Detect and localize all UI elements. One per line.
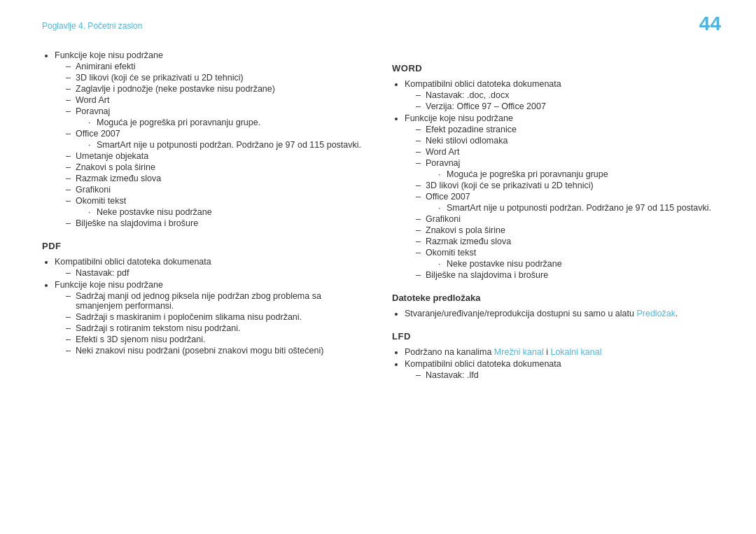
predlozak-heading: Datoteke predložaka	[392, 293, 714, 303]
list-item: Efekti s 3D sjenom nisu podržani.	[66, 335, 364, 344]
dot-list: Moguća je pogreška pri poravnanju grupe.	[76, 118, 364, 127]
list-item: 3D likovi (koji će se prikazivati u 2D t…	[416, 181, 714, 190]
right-predlozak-section: Datoteke predložaka Stvaranje/uređivanje…	[392, 293, 714, 318]
predlozak-main-list: Stvaranje/uređivanje/reprodukcija dostup…	[392, 309, 714, 318]
dot-list: SmartArt nije u potpunosti podržan. Podr…	[426, 203, 714, 213]
list-item: Neki znakovi nisu podržani (posebni znak…	[66, 346, 364, 356]
pdf-main-list: Kompatibilni oblici datoteka dokumenata …	[42, 257, 364, 356]
list-item: Umetanje objekata	[66, 151, 364, 161]
lfd-main-list: Podržano na kanalima Mrežni kanal i Loka…	[392, 347, 714, 380]
list-item: Podržano na kanalima Mrežni kanal i Loka…	[405, 347, 714, 357]
dash-list: Efekt pozadine stranice Neki stilovi odl…	[405, 125, 714, 280]
list-item: Moguća je pogreška pri poravnanju grupe.	[87, 118, 364, 127]
dash-list: Animirani efekti 3D likovi (koji će se p…	[55, 62, 364, 228]
mrezni-kanal-link[interactable]: Mrežni kanal	[494, 347, 544, 357]
dot-list: Neke postavke nisu podržane	[426, 259, 714, 269]
list-item: Animirani efekti	[66, 62, 364, 71]
list-item: Office 2007 SmartArt nije u potpunosti p…	[416, 192, 714, 213]
dot-list: Neke postavke nisu podržane	[76, 207, 364, 217]
right-word-section: WORD Kompatibilni oblici datoteka dokume…	[392, 63, 714, 280]
list-item: Nastavak: pdf	[66, 268, 364, 278]
list-item: Kompatibilni oblici datoteka dokumenata …	[405, 359, 714, 380]
list-item: Kompatibilni oblici datoteka dokumenata …	[55, 257, 364, 278]
page-container: Poglavlje 4. Početni zaslon 44 Funkcije …	[0, 0, 756, 415]
list-item: Stvaranje/uređivanje/reprodukcija dostup…	[405, 309, 714, 318]
list-item: Sadržaj manji od jednog piksela nije pod…	[66, 291, 364, 311]
right-lfd-section: LFD Podržano na kanalima Mrežni kanal i …	[392, 331, 714, 380]
list-item: SmartArt nije u potpunosti podržan. Podr…	[87, 140, 364, 150]
left-main-list-1: Funkcije koje nisu podržane Animirani ef…	[42, 50, 364, 228]
list-item: Word Art	[66, 95, 364, 105]
list-item: Znakovi s pola širine	[416, 225, 714, 235]
dash-list: Nastavak: pdf	[55, 268, 364, 278]
list-item: Funkcije koje nisu podržane Animirani ef…	[55, 50, 364, 228]
list-item: Grafikoni	[416, 214, 714, 224]
list-item: Poravnaj Moguća je pogreška pri poravnan…	[66, 106, 364, 127]
list-item: Moguća je pogreška pri poravnanju grupe	[437, 169, 714, 179]
list-item: Razmak između slova	[66, 174, 364, 183]
list-item: Bilješke na slajdovima i brošure	[416, 270, 714, 280]
dot-list: Moguća je pogreška pri poravnanju grupe	[426, 169, 714, 179]
list-item: Office 2007 SmartArt nije u potpunosti p…	[66, 129, 364, 150]
list-item: Sadržaji s maskiranim i popločenim slika…	[66, 312, 364, 322]
pdf-heading: PDF	[42, 241, 364, 251]
list-item: Bilješke na slajdovima i brošure	[66, 218, 364, 228]
list-item: Poravnaj Moguća je pogreška pri poravnan…	[416, 158, 714, 179]
dash-list: Nastavak: .lfd	[405, 370, 714, 380]
list-item: Efekt pozadine stranice	[416, 125, 714, 134]
left-column: Funkcije koje nisu podržane Animirani ef…	[42, 50, 364, 387]
left-pdf-section: PDF Kompatibilni oblici datoteka dokumen…	[42, 241, 364, 356]
dash-list: Nastavak: .doc, .docx Verzija: Office 97…	[405, 90, 714, 111]
list-item: SmartArt nije u potpunosti podržan. Podr…	[437, 203, 714, 213]
list-item: Grafikoni	[66, 185, 364, 195]
list-item: Funkcije koje nisu podržane Sadržaj manj…	[55, 280, 364, 356]
list-item: Okomiti tekst Neke postavke nisu podržan…	[66, 196, 364, 217]
predlozak-link[interactable]: Predložak	[636, 309, 676, 318]
list-item: Zaglavlje i podnožje (neke postavke nisu…	[66, 84, 364, 94]
list-item: Okomiti tekst Neke postavke nisu podržan…	[416, 248, 714, 269]
list-item: Razmak između slova	[416, 237, 714, 246]
list-item: Funkcije koje nisu podržane Efekt pozadi…	[405, 113, 714, 280]
left-section-1: Funkcije koje nisu podržane Animirani ef…	[42, 50, 364, 228]
list-item: Word Art	[416, 147, 714, 157]
dash-list: Sadržaj manji od jednog piksela nije pod…	[55, 291, 364, 356]
list-item: Znakovi s pola širine	[66, 162, 364, 172]
list-item: 3D likovi (koji će se prikazivati u 2D t…	[66, 73, 364, 83]
breadcrumb: Poglavlje 4. Početni zaslon	[42, 21, 142, 31]
list-item: Nastavak: .doc, .docx	[416, 90, 714, 100]
lokalni-kanal-link[interactable]: Lokalni kanal	[550, 347, 601, 357]
list-item: Kompatibilni oblici datoteka dokumenata …	[405, 79, 714, 111]
list-item: Sadržaji s rotiranim tekstom nisu podrža…	[66, 323, 364, 333]
list-item: Nastavak: .lfd	[416, 370, 714, 380]
word-main-list: Kompatibilni oblici datoteka dokumenata …	[392, 79, 714, 280]
list-item: Neke postavke nisu podržane	[437, 259, 714, 269]
list-item: Neki stilovi odlomaka	[416, 136, 714, 146]
word-heading: WORD	[392, 63, 714, 73]
page-number: 44	[699, 13, 721, 35]
list-item: Verzija: Office 97 – Office 2007	[416, 101, 714, 111]
dot-list: SmartArt nije u potpunosti podržan. Podr…	[76, 140, 364, 150]
lfd-heading: LFD	[392, 331, 714, 342]
content-columns: Funkcije koje nisu podržane Animirani ef…	[42, 50, 714, 387]
list-item: Neke postavke nisu podržane	[87, 207, 364, 217]
right-column: WORD Kompatibilni oblici datoteka dokume…	[392, 50, 714, 387]
page-header: Poglavlje 4. Početni zaslon	[42, 21, 714, 31]
